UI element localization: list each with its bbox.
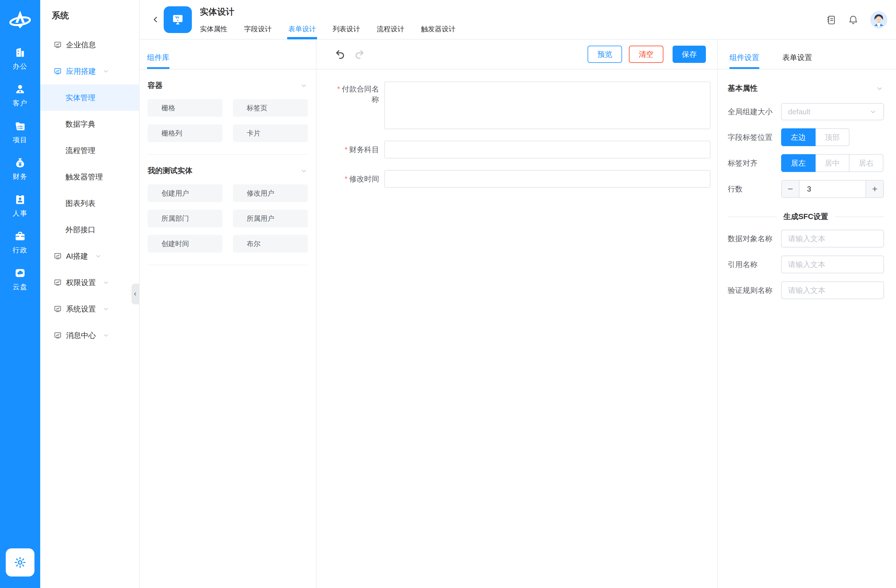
tab-field-design[interactable]: 字段设计: [244, 24, 272, 39]
rail-item-admin[interactable]: 行政: [0, 224, 40, 261]
tab-trigger-design[interactable]: 触发器设计: [421, 24, 456, 39]
global-size-row: 全局组建大小 default: [728, 103, 884, 120]
tab-entity-attrs[interactable]: 实体属性: [200, 24, 227, 39]
rail-item-cloud[interactable]: 云盘: [0, 261, 40, 297]
segment-left[interactable]: 左边: [781, 128, 815, 146]
stepper-decrease-button[interactable]: −: [782, 181, 800, 197]
stepper-increase-button[interactable]: +: [866, 181, 883, 197]
segment-top[interactable]: 顶部: [815, 128, 849, 146]
library-section-container[interactable]: 容器: [148, 81, 308, 90]
rail-item-label: 客户: [13, 99, 27, 108]
component-chip-card[interactable]: 卡片: [233, 124, 308, 142]
field-chip-create-time[interactable]: 创建时间: [148, 235, 222, 253]
required-asterisk: *: [344, 145, 347, 154]
form-field-finance-subject[interactable]: *财务科目: [330, 141, 710, 158]
entity-chip-grid: 创建用户 修改用户 所属部门 所属用户 创建时间 布尔: [148, 184, 308, 253]
segment-align-center[interactable]: 居中: [815, 154, 849, 172]
sidebar-item-label: 权限设置: [66, 278, 96, 288]
basic-props-section-header[interactable]: 基本属性: [728, 83, 884, 93]
validation-rule-name-input[interactable]: [781, 281, 884, 299]
rail-item-label: 人事: [13, 209, 27, 218]
component-library-panel: 组件库 容器 栅格 标签页 栅格列 卡片 我的测试实体: [140, 40, 317, 588]
chevron-down-icon: [102, 305, 110, 313]
inspector-panel: 组件设置 表单设置 基本属性 全局组建大小 default: [718, 40, 896, 588]
sidebar-item-chart-list[interactable]: 图表列表: [40, 190, 139, 216]
modify-time-input[interactable]: [384, 170, 710, 188]
chevron-down-icon: [300, 167, 308, 175]
form-field-contract-name[interactable]: *付款合同名称: [330, 82, 710, 129]
gear-icon: [13, 556, 27, 569]
sidebar-collapse-handle[interactable]: [131, 284, 139, 304]
stepper-value: 3: [800, 181, 866, 197]
bell-icon[interactable]: [848, 14, 859, 25]
canvas-toolbar: 预览 清空 保存: [317, 40, 718, 70]
divider-line: [728, 216, 777, 217]
label-position-row: 字段标签位置 左边 顶部: [728, 128, 884, 146]
sidebar-item-permission-settings[interactable]: 权限设置: [40, 269, 139, 296]
sidebar-item-label: 外部接口: [66, 225, 95, 235]
save-button[interactable]: 保存: [673, 46, 706, 63]
reference-name-input[interactable]: [781, 256, 884, 273]
setting-label: 全局组建大小: [728, 107, 781, 117]
tab-component-settings[interactable]: 组件设置: [730, 53, 759, 69]
validation-rule-name-row: 验证规则名称: [728, 281, 884, 299]
chevron-left-icon: [151, 15, 160, 24]
back-button[interactable]: [149, 11, 162, 28]
tab-form-settings[interactable]: 表单设置: [782, 53, 812, 69]
sidebar-item-data-dictionary[interactable]: 数据字典: [40, 111, 139, 137]
chevron-down-icon: [875, 84, 884, 93]
tab-form-design[interactable]: 表单设计: [288, 24, 316, 39]
rail-item-label: 财务: [13, 172, 27, 181]
project-icon: [14, 120, 26, 133]
rail-item-customer[interactable]: 客户: [0, 77, 40, 114]
rail-item-project[interactable]: 项目: [0, 114, 40, 151]
sidebar-item-trigger-management[interactable]: 触发器管理: [40, 164, 139, 190]
sidebar-item-company-info[interactable]: 企业信息: [40, 32, 139, 58]
form-design-area: *付款合同名称 *财务科目 *修改时间: [317, 70, 718, 199]
sidebar-item-ai-build[interactable]: AI搭建: [40, 243, 139, 269]
sidebar-item-external-api[interactable]: 外部接口: [40, 216, 139, 243]
tab-component-library[interactable]: 组件库: [147, 53, 169, 69]
component-chip-grid-col[interactable]: 栅格列: [148, 124, 222, 142]
field-chip-create-user[interactable]: 创建用户: [148, 184, 222, 202]
sidebar-item-system-settings[interactable]: 系统设置: [40, 296, 139, 322]
redo-button[interactable]: [353, 48, 366, 61]
library-section-entity[interactable]: 我的测试实体: [148, 166, 308, 176]
chevron-down-icon: [300, 82, 308, 90]
contract-name-textarea[interactable]: [384, 82, 710, 129]
sidebar-item-label: 流程管理: [66, 146, 95, 155]
tab-process-design[interactable]: 流程设计: [377, 24, 404, 39]
tab-list-design[interactable]: 列表设计: [332, 24, 360, 39]
sidebar-title: 系统: [40, 0, 139, 32]
rail-item-finance[interactable]: 财务: [0, 151, 40, 187]
rail-item-label: 行政: [13, 245, 27, 255]
segment-align-left[interactable]: 居左: [781, 154, 815, 172]
preview-button[interactable]: 预览: [588, 46, 622, 63]
settings-gear-button[interactable]: [6, 548, 35, 576]
notebook-icon[interactable]: [825, 14, 836, 25]
finance-subject-input[interactable]: [384, 141, 710, 158]
global-size-select[interactable]: default: [781, 103, 884, 120]
sidebar-item-process-management[interactable]: 流程管理: [40, 137, 139, 164]
rail-item-hr[interactable]: 人事: [0, 187, 40, 224]
field-chip-boolean[interactable]: 布尔: [233, 235, 308, 253]
segment-align-right[interactable]: 居右: [849, 154, 883, 172]
sidebar-item-message-center[interactable]: 消息中心: [40, 322, 139, 349]
clear-button[interactable]: 清空: [629, 46, 663, 63]
section-title: 基本属性: [728, 83, 757, 93]
field-chip-department[interactable]: 所属部门: [148, 210, 222, 227]
undo-button[interactable]: [334, 48, 346, 61]
form-field-modify-time[interactable]: *修改时间: [330, 170, 710, 188]
data-object-name-input[interactable]: [781, 230, 884, 247]
user-avatar[interactable]: [870, 11, 887, 29]
field-chip-owner-user[interactable]: 所属用户: [233, 210, 308, 227]
sidebar-item-entity-management[interactable]: 实体管理: [40, 84, 139, 111]
rail-item-label: 项目: [13, 135, 27, 145]
component-chip-tabs[interactable]: 标签页: [233, 99, 308, 117]
sidebar-item-app-build[interactable]: 应用搭建: [40, 58, 139, 84]
field-chip-modify-user[interactable]: 修改用户: [233, 184, 308, 202]
office-icon: [14, 46, 26, 59]
sidebar-item-label: 应用搭建: [66, 66, 96, 76]
rail-item-office[interactable]: 办公: [0, 40, 40, 77]
component-chip-grid[interactable]: 栅格: [148, 99, 222, 117]
